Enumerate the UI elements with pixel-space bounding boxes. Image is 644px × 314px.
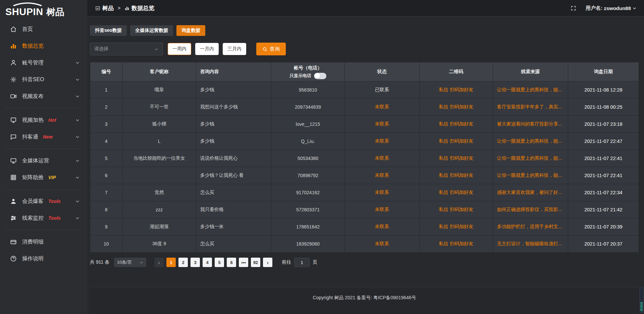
- cell-source: 无主灯设计，智能磁吸轨道灯...: [493, 235, 568, 253]
- grid-icon: [10, 174, 17, 181]
- qr-link[interactable]: 私信: [439, 190, 448, 195]
- table-row: 10 36度 8 怎么买 183929060 未联系 私信扫码加好友 无主灯设计…: [90, 235, 639, 253]
- col-header-nick: 客户昵称: [122, 62, 196, 82]
- qr-link[interactable]: 私信: [439, 87, 448, 92]
- page-button-3[interactable]: 3: [191, 258, 200, 267]
- qr-link[interactable]: 扫码加好友: [450, 104, 473, 109]
- qr-link[interactable]: 扫码加好友: [450, 172, 473, 178]
- qr-link[interactable]: 私信: [439, 138, 448, 144]
- tab-全媒体运营数据[interactable]: 全媒体运营数据: [130, 25, 173, 36]
- cell-no: 7: [90, 184, 123, 201]
- source-link[interactable]: 让你一眼就爱上的黑科技，能...: [497, 155, 562, 161]
- qr-link[interactable]: 私信: [439, 207, 448, 212]
- sidebar-item-首页[interactable]: 首页: [0, 21, 87, 38]
- page-button-6[interactable]: 6: [227, 258, 236, 267]
- sidebar-item-视频加热[interactable]: 视频加热 Hot: [0, 112, 87, 128]
- next-page-button[interactable]: ›: [263, 258, 272, 267]
- table-header-row: 编号 客户昵称 咨询内容 帐号（电话） 只显示电话: [90, 62, 639, 82]
- cell-account: 572803371: [271, 201, 344, 218]
- qr-link[interactable]: 私信: [439, 172, 448, 178]
- cell-no: 10: [90, 235, 123, 253]
- source-link[interactable]: 如何正确选择投影仪，买投影...: [497, 207, 562, 212]
- tab-抖音seo数据[interactable]: 抖音seo数据: [90, 25, 127, 36]
- range-button-一月内[interactable]: 一月内: [195, 43, 219, 55]
- phone-toggle-label: 只显示电话: [289, 72, 311, 79]
- sidebar-item-账号管理[interactable]: 账号管理: [0, 54, 87, 71]
- tab-询盘数据[interactable]: 询盘数据: [176, 25, 205, 36]
- qr-link[interactable]: 扫码加好友: [450, 121, 473, 126]
- qr-link[interactable]: 私信: [439, 121, 448, 126]
- account-select[interactable]: 请选择: [90, 43, 163, 55]
- goto-page-input[interactable]: [294, 258, 310, 267]
- fullscreen-icon[interactable]: [571, 5, 576, 11]
- source-link[interactable]: 感谢大家喜欢我家，被问了好...: [497, 190, 562, 195]
- sidebar-item-操作说明[interactable]: 操作说明: [0, 250, 87, 267]
- sidebar-item-badge: Hot: [48, 117, 56, 123]
- search-button[interactable]: 查询: [256, 43, 286, 55]
- goto-suffix: 页: [313, 259, 317, 265]
- page-ellipsis-button[interactable]: •••: [239, 258, 248, 267]
- page-button-4[interactable]: 4: [203, 258, 212, 267]
- col-header-source: 线索来源: [493, 62, 568, 82]
- qr-link[interactable]: 扫码加好友: [450, 138, 473, 144]
- range-button-一周内[interactable]: 一周内: [168, 43, 191, 55]
- qr-link[interactable]: 扫码加好友: [450, 207, 473, 212]
- cell-source: 感谢大家喜欢我家，被问了好...: [493, 184, 568, 201]
- logo-text-cn: 树品: [46, 7, 64, 17]
- prev-page-button[interactable]: ‹: [154, 258, 164, 267]
- sidebar: SHUPIN 树品 首页 数据总览 账号管理 抖音SEO 视频发布: [0, 0, 87, 314]
- sidebar-item-全媒体运营[interactable]: 全媒体运营: [0, 152, 87, 169]
- source-link[interactable]: 让你一眼就爱上的黑科技，能...: [497, 138, 562, 144]
- page-button-92[interactable]: 92: [251, 258, 260, 267]
- page-button-1[interactable]: 1: [166, 258, 176, 267]
- source-link[interactable]: 多功能护栏灯，适用于乡村文...: [497, 224, 562, 229]
- inquiry-table-wrap: 编号 客户昵称 咨询内容 帐号（电话） 只显示电话: [90, 62, 639, 253]
- sidebar-item-抖音SEO[interactable]: 抖音SEO: [0, 71, 87, 88]
- cell-status: 已联系: [345, 82, 419, 99]
- qr-link[interactable]: 扫码加好友: [450, 87, 473, 92]
- cell-status: 未联系: [345, 116, 419, 133]
- range-button-三月内[interactable]: 三月内: [223, 43, 246, 55]
- floating-widget-stripes: [640, 302, 643, 311]
- sidebar-item-消费明细[interactable]: 消费明细: [0, 233, 87, 250]
- sidebar-item-badge: Tools: [48, 215, 61, 221]
- sidebar-item-会员爆客[interactable]: 会员爆客 Tools: [0, 193, 87, 210]
- breadcrumb-root[interactable]: 树品: [102, 4, 114, 12]
- source-link[interactable]: 被大家追着问的客厅投影分享...: [497, 121, 562, 126]
- cell-source: 让你一眼就爱上的黑科技，能...: [493, 133, 568, 150]
- sidebar-item-抖客通[interactable]: 抖客通 New: [0, 128, 87, 145]
- qr-link[interactable]: 扫码加好友: [450, 224, 473, 229]
- cell-content: 我想问这个多少钱: [196, 99, 271, 116]
- cell-no: 1: [90, 82, 123, 99]
- phone-only-toggle[interactable]: [314, 73, 326, 79]
- sidebar-item-线索监控[interactable]: 线索监控 Tools: [0, 210, 87, 226]
- qr-link[interactable]: 私信: [439, 104, 448, 109]
- qr-link[interactable]: 扫码加好友: [450, 155, 473, 161]
- page-button-2[interactable]: 2: [178, 258, 188, 267]
- chevron-down-icon: [75, 199, 80, 204]
- user-menu[interactable]: 用户名: zswodun88: [586, 5, 637, 11]
- screen-icon: [10, 117, 17, 123]
- qr-link[interactable]: 私信: [439, 224, 448, 229]
- cell-date: 2021-11-07 22:34: [568, 184, 639, 201]
- source-link[interactable]: 客厅安装投影半年多了，真实...: [497, 104, 562, 109]
- cell-content: 多少钱？让我死心 看: [196, 167, 271, 184]
- page-button-5[interactable]: 5: [215, 258, 224, 267]
- qr-link[interactable]: 扫码加好友: [450, 241, 473, 246]
- qr-link[interactable]: 私信: [439, 155, 448, 161]
- qr-link[interactable]: 私信: [439, 241, 448, 246]
- sidebar-item-矩阵助推[interactable]: 矩阵助推 VIP: [0, 169, 87, 186]
- cell-no: 2: [90, 99, 123, 116]
- floating-widget[interactable]: [640, 287, 643, 313]
- sidebar-item-数据总览[interactable]: 数据总览: [0, 38, 87, 54]
- qr-link[interactable]: 扫码加好友: [450, 190, 473, 195]
- table-row: 2 不可一世 我想问这个多少钱 2097344839 未联系 私信扫码加好友 客…: [90, 99, 639, 116]
- source-link[interactable]: 无主灯设计，智能磁吸轨道灯...: [497, 241, 562, 246]
- page-size-select[interactable]: 10条/页: [114, 258, 146, 267]
- goto-label: 前往: [282, 259, 291, 265]
- cell-status: 未联系: [345, 218, 419, 235]
- sidebar-item-视频发布[interactable]: 视频发布: [0, 88, 87, 105]
- source-link[interactable]: 让你一眼就爱上的黑科技，能...: [497, 172, 562, 178]
- cell-content: 多少钱一米: [196, 218, 271, 235]
- source-link[interactable]: 让你一眼就爱上的黑科技，能...: [497, 87, 562, 92]
